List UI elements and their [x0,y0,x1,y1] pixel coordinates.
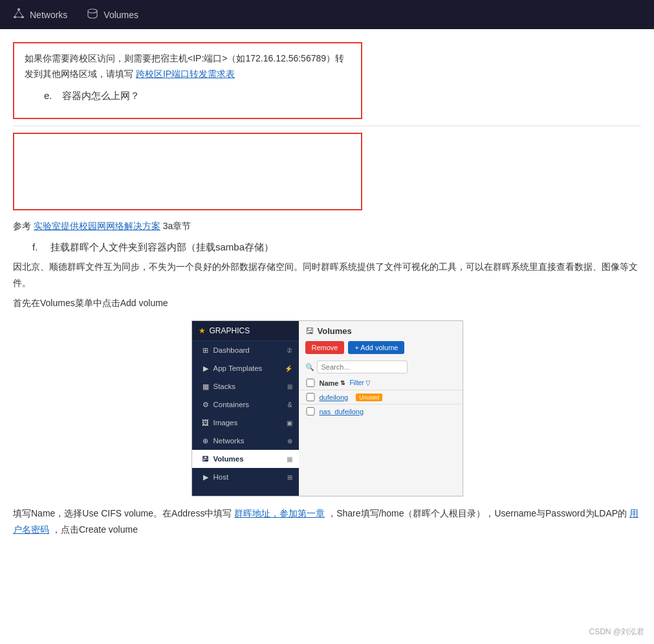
table-row: dufeilong Unused [299,390,463,404]
host-label: Host [213,473,229,481]
section2-para1: 因北京、顺德群晖文件互为同步，不失为一个良好的外部数据存储空间。同时群晖系统提供… [13,259,641,291]
images-label: Images [213,419,238,427]
networks-label: Networks [30,10,67,20]
volumes-panel-title: Volumes [318,326,352,336]
sidebar-header: ★ GRAPHICS [192,321,299,341]
list-item-e: e. 容器内怎么上网？ [44,90,351,102]
volumes-sidebar-label: Volumes [213,455,244,463]
star-icon: ★ [199,326,206,335]
table-header: Name ⇅ Filter ▽ [299,376,463,390]
networks-badge: ⊕ [287,438,292,445]
containers-icon: ⚙ [201,400,210,409]
sidebar-item-apptemplates[interactable]: ▶ App Templates ⚡ [192,359,299,377]
images-icon: 🖼 [201,418,210,427]
stacks-label: Stacks [213,383,236,390]
row1-checkbox[interactable] [305,393,316,401]
portainer-sidebar: ★ GRAPHICS ⊞ Dashboard ② ▶ App Templates… [192,321,299,496]
select-all-checkbox[interactable] [305,379,316,387]
section2-para2: 首先在Volumes菜单中点击Add volume [13,295,641,311]
search-input[interactable] [317,361,408,373]
item-f-text: 挂载群晖个人文件夹到容器内部（挂载samba存储） [50,241,274,254]
network-icon [13,8,25,21]
search-icon: 🔍 [305,363,314,372]
reference-line: 参考 实验室提供校园网网络解决方案 3a章节 [13,221,641,232]
svg-line-4 [19,10,23,16]
sidebar-item-containers[interactable]: ⚙ Containers & [192,395,299,414]
arrow-right-icon: ▶ [201,364,210,373]
containers-label: Containers [213,401,250,408]
row1-badge: Unused [356,394,382,401]
portainer-screenshot: ★ GRAPHICS ⊞ Dashboard ② ▶ App Templates… [191,320,463,496]
portainer-ui: ★ GRAPHICS ⊞ Dashboard ② ▶ App Templates… [191,320,463,496]
host-badge: ⊞ [287,474,292,481]
table-row: nas_dufeilong [299,404,463,418]
search-row: 🔍 [299,358,463,376]
red-box-empty [13,133,362,210]
row2-checkbox[interactable] [305,407,316,416]
sidebar-item-images[interactable]: 🖼 Images ▣ [192,414,299,432]
portainer-main-panel: 🖫 Volumes Remove + Add volume 🔍 Name ⇅ [299,321,463,496]
item-e-label: e. [44,90,62,101]
red-box-para1: 如果你需要跨校区访问，则需要把宿主机<IP:端口>（如172.16.12.56:… [25,51,351,82]
arrow-right-host-icon: ▶ [201,472,210,482]
filter-label: Filter ▽ [349,379,371,386]
sort-icon: ⇅ [340,380,345,386]
item-f-label: f. [32,241,50,252]
apptemplates-label: App Templates [213,364,263,372]
reference-link[interactable]: 实验室提供校园网网络解决方案 [34,221,160,231]
cross-campus-link[interactable]: 跨校区IP端口转发需求表 [136,69,235,79]
sidebar-item-volumes[interactable]: 🖫 Volumes ▣ [192,450,299,468]
csdn-watermark: CSDN @刘泓君 [589,627,644,638]
volumes-panel-header: 🖫 Volumes [299,321,463,339]
item-e-text: 容器内怎么上网？ [62,90,140,102]
section-divider-1 [13,126,641,126]
volumes-badge: ▣ [287,456,292,463]
containers-badge: & [288,401,292,408]
svg-point-6 [88,9,97,13]
list-item-f: f. 挂载群晖个人文件夹到容器内部（挂载samba存储） [32,241,641,254]
remove-button[interactable]: Remove [305,341,345,354]
top-bar: Networks Volumes [0,0,654,29]
images-badge: ▣ [287,419,292,427]
volumes-toolbar: Remove + Add volume [299,339,463,358]
sidebar-header-label: GRAPHICS [210,326,250,335]
stacks-badge: ⊞ [287,383,292,390]
networks-sidebar-icon: ⊕ [201,436,210,445]
volumes-label: Volumes [104,10,138,20]
volumes-icon [87,8,98,21]
add-volume-button[interactable]: + Add volume [348,341,404,354]
sidebar-item-networks[interactable]: ⊕ Networks ⊕ [192,432,299,450]
volumes-sidebar-icon: 🖫 [201,454,210,463]
apptemplates-icon: ⚡ [285,365,292,372]
volume-header-icon: 🖫 [305,326,314,336]
volumes-item[interactable]: Volumes [87,8,138,21]
networks-sidebar-label: Networks [213,437,245,445]
row1-name[interactable]: dufeilong [320,394,349,401]
svg-line-3 [15,10,19,16]
dashboard-label: Dashboard [213,346,250,354]
row2-name[interactable]: nas_dufeilong [320,408,364,416]
sidebar-item-host[interactable]: ▶ Host ⊞ [192,468,299,486]
main-content: 如果你需要跨校区访问，则需要把宿主机<IP:端口>（如172.16.12.56:… [0,29,654,558]
name-column-header: Name ⇅ [320,379,346,387]
stacks-icon: ▦ [201,382,210,391]
bottom-paragraph: 填写Name，选择Use CIFS volume。在Address中填写 群晖地… [13,505,641,538]
sidebar-item-stacks[interactable]: ▦ Stacks ⊞ [192,377,299,395]
svg-rect-0 [17,8,20,10]
dashboard-icon: ⊞ [201,346,210,355]
sidebar-item-dashboard[interactable]: ⊞ Dashboard ② [192,341,299,359]
red-box-1: 如果你需要跨校区访问，则需要把宿主机<IP:端口>（如172.16.12.56:… [13,42,362,119]
networks-item[interactable]: Networks [13,8,67,21]
synology-link[interactable]: 群晖地址，参加第一章 [234,508,325,518]
dashboard-badge: ② [287,347,292,354]
